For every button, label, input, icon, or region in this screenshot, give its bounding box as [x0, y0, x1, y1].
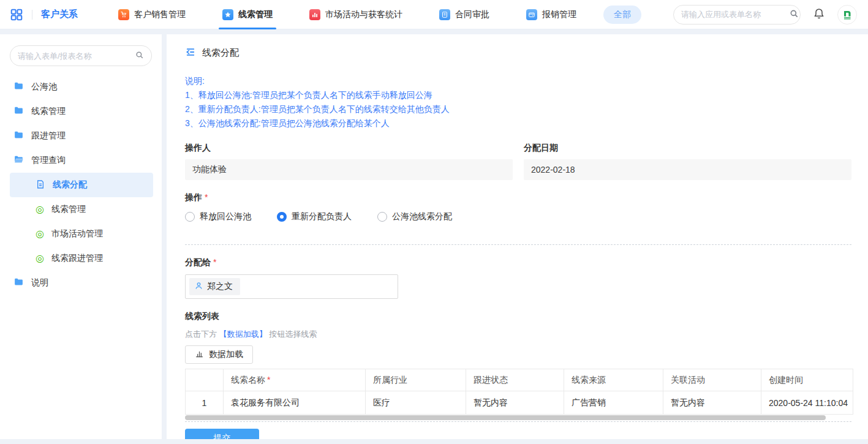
scrollbar-thumb[interactable] — [185, 415, 826, 420]
contract-icon — [439, 9, 450, 20]
sidebar-item-lead-follow-management[interactable]: ◎ 线索跟进管理 — [0, 246, 162, 271]
lead-list-label: 线索列表 — [185, 311, 851, 322]
data-load-button[interactable]: 数据加载 — [185, 345, 253, 364]
radio-circle-icon[interactable] — [185, 212, 195, 222]
app-switcher-icon[interactable] — [10, 8, 23, 21]
required-mark: * — [205, 192, 208, 202]
required-mark: * — [213, 257, 216, 267]
document-icon — [36, 179, 45, 191]
app-title[interactable]: 客户关系 — [41, 9, 78, 20]
sidebar-item-lead-management[interactable]: ◎ 线索管理 — [0, 197, 162, 222]
sidebar-folder-notes[interactable]: 说明 — [0, 271, 162, 295]
assign-date-label: 分配日期 — [524, 143, 851, 154]
bar-chart-icon — [195, 349, 204, 360]
app-search-input[interactable] — [681, 10, 789, 19]
cell-follow-status: 暂无内容 — [466, 391, 564, 415]
star-icon — [222, 9, 233, 20]
sidebar-folder-public-pool[interactable]: 公海池 — [0, 75, 162, 99]
sidebar-item-label: 市场活动管理 — [51, 228, 103, 239]
operation-label: 操作* — [185, 192, 851, 203]
sidebar-folder-follow-management[interactable]: 跟进管理 — [0, 124, 162, 148]
required-mark: * — [267, 375, 270, 385]
target-icon: ◎ — [36, 205, 44, 214]
radio-pool-lead-assign[interactable]: 公海池线索分配 — [377, 211, 452, 222]
tab-lead-management[interactable]: 线索管理 — [204, 0, 291, 29]
table-row[interactable]: 1 袁花服务有限公司 医疗 暂无内容 广告营销 暂无内容 2020-05-24 … — [186, 391, 853, 415]
col-created-time: 创建时间 — [761, 369, 853, 391]
assign-to-label: 分配给* — [185, 257, 851, 268]
radio-circle-icon-selected[interactable] — [277, 212, 287, 222]
operator-field-group: 操作人 功能体验 — [185, 143, 513, 180]
col-row-number — [186, 369, 224, 391]
cart-icon — [118, 9, 129, 20]
cell-lead-name: 袁花服务有限公司 — [224, 391, 366, 415]
filter-all-pill[interactable]: 全部 — [603, 6, 641, 24]
instructions-block: 说明: 1、释放回公海池:管理员把某个负责人名下的线索手动释放回公海 2、重新分… — [185, 74, 851, 130]
sidebar-folder-label: 管理查询 — [31, 155, 66, 166]
folder-icon — [13, 277, 24, 289]
lead-list-hint: 点击下方 【数据加载】 按钮选择线索 — [185, 329, 851, 340]
col-lead-source: 线索来源 — [564, 369, 663, 391]
sidebar-item-lead-assignment[interactable]: 线索分配 — [10, 173, 153, 197]
assign-date-field[interactable]: 2022-02-18 — [524, 159, 851, 180]
assign-date-field-group: 分配日期 2022-02-18 — [524, 143, 851, 180]
wallet-icon — [526, 9, 537, 20]
tab-contract-approval[interactable]: 合同审批 — [421, 0, 508, 29]
radio-label: 释放回公海池 — [200, 211, 251, 222]
sidebar-folder-label: 公海池 — [31, 81, 57, 92]
tab-label: 线索管理 — [238, 9, 273, 20]
table-horizontal-scrollbar[interactable] — [185, 415, 853, 420]
sidebar-folder-label: 线索管理 — [31, 106, 66, 117]
sidebar-folder-lead-management[interactable]: 线索管理 — [0, 99, 162, 124]
instruction-line: 2、重新分配负责人:管理员把某个负责人名下的线索转交给其他负责人 — [185, 102, 851, 116]
assignee-name: 郑之文 — [207, 281, 233, 292]
folder-icon — [13, 105, 24, 118]
instructions-heading: 说明: — [185, 74, 851, 88]
cell-industry: 医疗 — [366, 391, 466, 415]
cell-row-number: 1 — [186, 391, 224, 415]
sidebar-item-label: 线索管理 — [51, 204, 86, 215]
avatar[interactable] — [837, 5, 857, 24]
assign-to-input[interactable]: 郑之文 — [185, 274, 398, 299]
search-icon[interactable] — [789, 9, 799, 21]
lead-list-section: 线索列表 点击下方 【数据加载】 按钮选择线索 数据加载 — [185, 311, 851, 420]
radio-label: 公海池线索分配 — [392, 211, 452, 222]
cell-lead-source: 广告营销 — [564, 391, 663, 415]
hint-link: 【数据加载】 — [219, 329, 267, 339]
radio-release-to-pool[interactable]: 释放回公海池 — [185, 211, 251, 222]
assignee-tag[interactable]: 郑之文 — [189, 278, 240, 295]
submit-button[interactable]: 提交 — [185, 429, 259, 439]
notification-bell-icon[interactable] — [813, 7, 825, 22]
assign-to-field-group: 分配给* 郑之文 — [185, 257, 851, 299]
tab-label: 市场活动与获客统计 — [325, 9, 402, 20]
tab-marketing-stats[interactable]: 市场活动与获客统计 — [291, 0, 421, 29]
sidebar-folder-admin-query[interactable]: 管理查询 — [0, 148, 162, 173]
radio-circle-icon[interactable] — [377, 212, 387, 222]
search-icon[interactable] — [135, 50, 144, 62]
tab-customer-sales[interactable]: 客户销售管理 — [100, 0, 204, 29]
operator-label: 操作人 — [185, 143, 513, 154]
operation-label-text: 操作 — [185, 192, 202, 202]
col-lead-name-text: 线索名称 — [231, 375, 265, 385]
tab-expense-management[interactable]: 报销管理 — [508, 0, 595, 29]
header-divider — [32, 10, 32, 20]
page-title: 线索分配 — [202, 47, 239, 59]
data-load-button-label: 数据加载 — [209, 349, 243, 360]
section-divider — [185, 244, 851, 245]
sidebar-folder-label: 说明 — [31, 277, 48, 288]
sidebar-item-marketing-management[interactable]: ◎ 市场活动管理 — [0, 222, 162, 246]
app-search-box[interactable] — [673, 5, 801, 24]
collapse-back-icon[interactable] — [185, 47, 196, 59]
operator-field[interactable]: 功能体验 — [185, 159, 513, 180]
tab-label: 客户销售管理 — [134, 9, 186, 20]
active-tab-underline — [219, 28, 276, 29]
sidebar-item-label: 线索分配 — [53, 179, 87, 190]
table-header-row: 线索名称* 所属行业 跟进状态 线索来源 关联活动 创建时间 — [186, 369, 853, 391]
operation-radio-group: 释放回公海池 重新分配负责人 公海池线索分配 — [185, 211, 851, 222]
cell-created-time: 2020-05-24 11:10:04 — [761, 391, 853, 415]
target-icon: ◎ — [36, 254, 44, 263]
sidebar-folder-label: 跟进管理 — [31, 130, 66, 141]
sidebar-search-input[interactable] — [18, 51, 135, 61]
sidebar-search-box[interactable] — [10, 45, 152, 66]
radio-reassign-owner[interactable]: 重新分配负责人 — [277, 211, 352, 222]
